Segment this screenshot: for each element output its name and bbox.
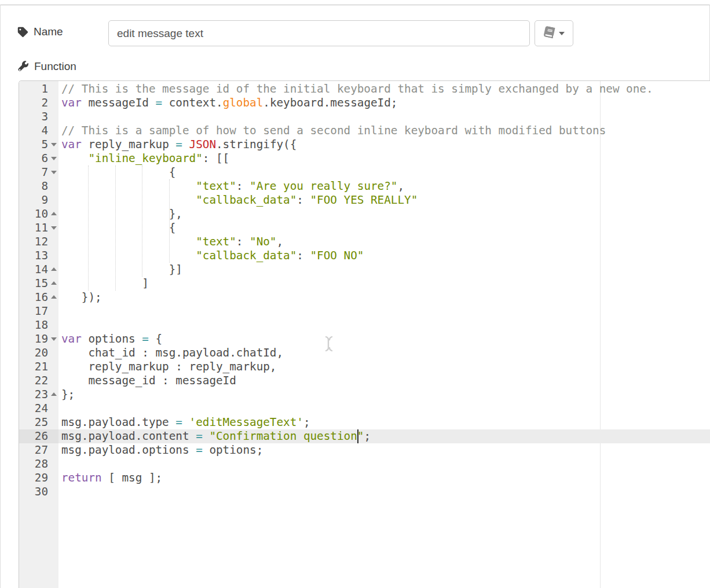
code-line[interactable]: "callback_data": "FOO YES REALLY": [58, 193, 710, 207]
code-token: var: [61, 138, 82, 151]
code-line[interactable]: var messageId = context.global.keyboard.…: [58, 96, 710, 110]
code-token: var: [61, 332, 82, 346]
code-line[interactable]: [58, 457, 710, 471]
gutter-line-number: 11: [19, 221, 58, 235]
code-line[interactable]: chat_id : msg.payload.chatId,: [58, 346, 710, 360]
code-line[interactable]: var reply_markup = JSON.stringify({: [58, 138, 710, 152]
code-line[interactable]: reply_markup : reply_markup,: [58, 360, 710, 374]
code-line[interactable]: msg.payload.type = 'editMessageText';: [58, 416, 710, 429]
code-line[interactable]: msg.payload.options = options;: [58, 443, 710, 457]
code-line[interactable]: "callback_data": "FOO NO": [58, 249, 710, 263]
code-line[interactable]: [58, 304, 710, 318]
gutter-line-number: 14: [19, 263, 58, 277]
code-line[interactable]: "text": "Are you really sure?",: [58, 179, 710, 193]
caret-down-icon: [559, 32, 565, 35]
code-token: ,: [397, 179, 404, 193]
fold-close-icon[interactable]: [51, 281, 57, 285]
code-line[interactable]: }]: [58, 263, 710, 277]
code-line[interactable]: "text": "No",: [58, 235, 710, 249]
code-line[interactable]: var options = {: [58, 332, 710, 346]
gutter-line-number: 29: [19, 471, 58, 485]
code-token: "FOO NO": [310, 249, 364, 262]
code-line[interactable]: // This is a sample of how to send a sec…: [58, 124, 710, 138]
code-token: :: [236, 179, 250, 193]
code-line[interactable]: message_id : messageId: [58, 374, 710, 388]
code-token: [203, 429, 210, 443]
code-line[interactable]: return [ msg ];: [58, 471, 710, 485]
fold-close-icon[interactable]: [51, 267, 57, 271]
code-token: "text": [196, 179, 236, 193]
gutter-line-number: 22: [19, 374, 58, 388]
function-node-edit-dialog: Name Function 12345678910111213141516171…: [0, 0, 710, 588]
name-label-text: Name: [34, 25, 63, 38]
code-line[interactable]: {: [58, 166, 710, 179]
code-token: global: [223, 96, 263, 109]
gutter-line-number: 12: [19, 235, 58, 249]
code-editor[interactable]: 1234567891011121314151617181920212223242…: [19, 80, 710, 588]
gutter-line-number: 15: [19, 277, 58, 291]
fold-open-icon[interactable]: [51, 157, 57, 160]
code-token: var: [61, 96, 82, 109]
fold-open-icon[interactable]: [51, 171, 57, 174]
code-token: });: [61, 291, 102, 304]
fold-close-icon[interactable]: [51, 212, 57, 215]
code-token: "FOO YES REALLY": [310, 193, 418, 207]
code-line[interactable]: };: [58, 388, 710, 402]
code-line[interactable]: "inline_keyboard": [[: [58, 152, 710, 166]
code-line[interactable]: },: [58, 207, 710, 221]
gutter-line-number: 21: [19, 360, 58, 374]
name-field-label: Name: [17, 25, 63, 38]
wrench-icon: [17, 61, 29, 72]
fold-open-icon[interactable]: [51, 226, 57, 230]
code-token: =: [196, 443, 203, 457]
code-token: [61, 249, 196, 262]
code-token: // This is a sample of how to send a sec…: [61, 124, 606, 137]
gutter-line-number: 4: [19, 124, 58, 138]
code-token: "callback_data": [196, 193, 297, 207]
code-line[interactable]: {: [58, 221, 710, 235]
tag-icon: [17, 27, 28, 38]
gutter-line-number: 25: [19, 416, 58, 429]
fold-open-icon[interactable]: [51, 143, 57, 146]
code-line[interactable]: [58, 485, 710, 499]
code-token: JSON: [189, 138, 216, 151]
code-line[interactable]: ]: [58, 277, 710, 291]
code-token: msg.payload.type: [61, 416, 175, 429]
gutter-line-number: 27: [19, 443, 58, 457]
code-line[interactable]: // This is the message id of the initial…: [58, 82, 710, 96]
code-token: [61, 193, 196, 207]
dialog-left-border: [0, 5, 1, 588]
fold-close-icon[interactable]: [51, 295, 57, 299]
fold-close-icon[interactable]: [51, 392, 57, 396]
gutter-line-number: 2: [19, 96, 58, 110]
code-line[interactable]: [58, 110, 710, 124]
code-token: options: [82, 332, 142, 346]
code-token: }]: [61, 263, 182, 276]
code-token: [182, 416, 189, 429]
code-token: ;: [364, 429, 371, 443]
code-token: 'editMessageText': [189, 416, 303, 429]
gutter-line-number: 8: [19, 179, 58, 193]
gutter-line-number: 18: [19, 318, 58, 332]
function-label-text: Function: [34, 60, 76, 73]
gutter-line-number: 13: [19, 249, 58, 263]
gutter-line-number: 5: [19, 138, 58, 152]
code-token: "inline_keyboard": [88, 152, 202, 165]
code-token: msg.payload.options: [61, 443, 196, 457]
function-field-label: Function: [17, 60, 76, 73]
code-token: =: [156, 96, 163, 109]
library-button[interactable]: [535, 20, 573, 46]
code-token: =: [142, 332, 149, 346]
code-line[interactable]: [58, 402, 710, 416]
gutter-line-number: 9: [19, 193, 58, 207]
fold-open-icon[interactable]: [51, 337, 57, 341]
code-token: };: [61, 388, 75, 401]
text-caret: [357, 429, 358, 443]
code-line[interactable]: });: [58, 291, 710, 304]
code-line[interactable]: msg.payload.content = "Confirmation ques…: [58, 429, 710, 443]
code-line[interactable]: [58, 318, 710, 332]
code-token: "Are you really sure?": [250, 179, 397, 193]
editor-code-area[interactable]: // This is the message id of the initial…: [58, 81, 710, 588]
code-token: =: [196, 429, 203, 443]
name-input[interactable]: [108, 20, 530, 46]
